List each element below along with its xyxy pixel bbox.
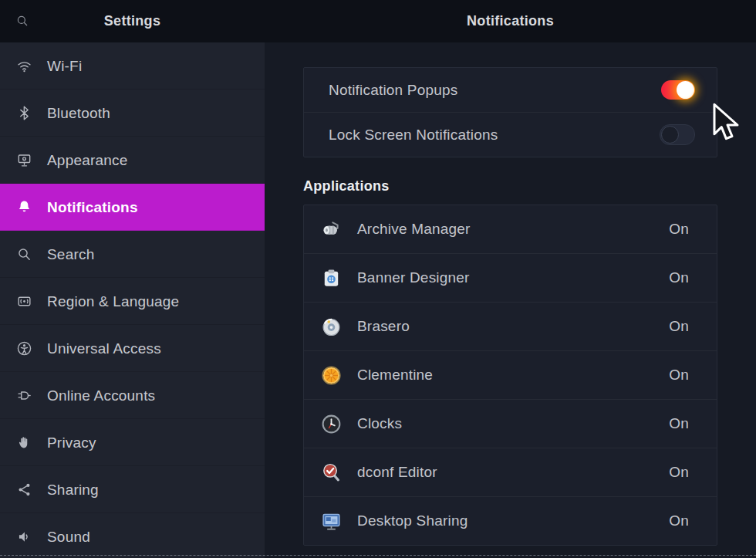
archive-manager-icon	[319, 218, 343, 241]
sidebar-item-label: Sound	[47, 529, 90, 546]
online-accounts-icon	[15, 387, 33, 404]
applications-panel: Archive Manager On Banner Designer On Br…	[303, 205, 717, 546]
sidebar-item-universal-access[interactable]: Universal Access	[0, 325, 265, 372]
popups-panel: Notification Popups Lock Screen Notifica…	[303, 67, 717, 157]
app-notification-status: On	[669, 367, 689, 384]
app-name: Clocks	[357, 415, 654, 432]
app-row-desktop-sharing[interactable]: Desktop Sharing On	[304, 496, 717, 545]
sidebar-item-wi-fi[interactable]: Wi-Fi	[0, 42, 265, 90]
banner-designer-icon	[319, 266, 343, 289]
app-name: Archive Manager	[357, 221, 654, 238]
app-row-clocks[interactable]: Clocks On	[304, 399, 717, 448]
window-title-settings: Settings	[104, 13, 160, 29]
window-control-close[interactable]	[731, 15, 743, 26]
sidebar-item-label: Universal Access	[47, 340, 161, 357]
app-name: Brasero	[357, 318, 654, 335]
sidebar-item-label: Notifications	[47, 199, 138, 216]
app-notification-status: On	[669, 512, 689, 529]
window-control-minimize[interactable]	[694, 15, 706, 26]
app-row-brasero[interactable]: Brasero On	[304, 302, 717, 350]
toggle-row-lock-screen-notifications: Lock Screen Notifications	[304, 112, 717, 157]
sidebar-item-label: Privacy	[47, 435, 96, 451]
sidebar: Wi-Fi Bluetooth Appearance Notifications…	[0, 42, 265, 558]
titlebar: Settings Notifications	[0, 0, 756, 42]
window-control-maximize[interactable]	[713, 15, 724, 26]
page-title: Notifications	[467, 13, 554, 29]
titlebar-main: Notifications	[265, 0, 756, 42]
search-icon	[15, 245, 33, 263]
clocks-icon	[319, 412, 343, 435]
app-name: Clementine	[357, 367, 654, 384]
toggle-row-notification-popups: Notification Popups	[304, 68, 717, 112]
sidebar-item-sound[interactable]: Sound	[0, 513, 265, 558]
notification-popups-toggle[interactable]	[661, 80, 695, 100]
toggle-knob	[661, 126, 679, 144]
sidebar-item-notifications[interactable]: Notifications	[0, 184, 265, 231]
sidebar-item-search[interactable]: Search	[0, 231, 265, 278]
sidebar-item-label: Search	[47, 246, 94, 263]
window-controls	[694, 15, 743, 26]
settings-window: Settings Notifications Wi-Fi Bluetooth A…	[0, 0, 756, 558]
sidebar-item-sharing[interactable]: Sharing	[0, 466, 265, 513]
app-name: dconf Editor	[357, 464, 654, 481]
app-notification-status: On	[669, 269, 689, 286]
sidebar-item-label: Region & Language	[47, 293, 179, 310]
sidebar-item-privacy[interactable]: Privacy	[0, 419, 265, 466]
app-row-archive-manager[interactable]: Archive Manager On	[304, 205, 717, 253]
app-name: Desktop Sharing	[357, 512, 654, 529]
app-notification-status: On	[669, 464, 689, 481]
app-notification-status: On	[669, 318, 689, 335]
titlebar-left: Settings	[0, 0, 265, 42]
toggle-row-label: Notification Popups	[329, 82, 661, 99]
sidebar-item-label: Online Accounts	[47, 387, 155, 404]
privacy-icon	[15, 434, 33, 451]
universal-access-icon	[15, 340, 33, 357]
appearance-icon	[15, 151, 33, 169]
app-notification-status: On	[669, 221, 689, 238]
app-row-clementine[interactable]: Clementine On	[304, 350, 717, 399]
lock-screen-notifications-toggle[interactable]	[660, 124, 695, 145]
sidebar-item-label: Bluetooth	[47, 105, 110, 122]
app-name: Banner Designer	[357, 269, 654, 286]
sharing-icon	[15, 481, 33, 499]
notifications-icon	[15, 198, 33, 216]
sound-icon	[15, 528, 33, 546]
brasero-icon	[319, 315, 343, 338]
sidebar-item-appearance[interactable]: Appearance	[0, 137, 265, 184]
app-row-banner-designer[interactable]: Banner Designer On	[304, 253, 717, 302]
toggle-row-label: Lock Screen Notifications	[329, 127, 660, 144]
sidebar-item-bluetooth[interactable]: Bluetooth	[0, 90, 265, 137]
sidebar-item-online-accounts[interactable]: Online Accounts	[0, 372, 265, 419]
sidebar-item-label: Sharing	[47, 482, 99, 499]
sidebar-item-region-language[interactable]: Region & Language	[0, 278, 265, 325]
notifications-page: Notification Popups Lock Screen Notifica…	[265, 42, 756, 558]
wifi-icon	[15, 57, 33, 75]
sidebar-item-label: Appearance	[47, 152, 127, 169]
applications-heading: Applications	[303, 178, 717, 194]
search-icon[interactable]	[15, 14, 31, 29]
app-row-dconf-editor[interactable]: dconf Editor On	[304, 448, 717, 496]
sidebar-item-label: Wi-Fi	[47, 58, 82, 75]
app-notification-status: On	[669, 415, 689, 432]
desktop-sharing-icon	[319, 509, 343, 533]
bluetooth-icon	[15, 104, 33, 122]
region-language-icon	[15, 293, 33, 310]
dconf-editor-icon	[319, 461, 343, 484]
toggle-knob	[677, 81, 694, 99]
clementine-icon	[319, 364, 343, 387]
